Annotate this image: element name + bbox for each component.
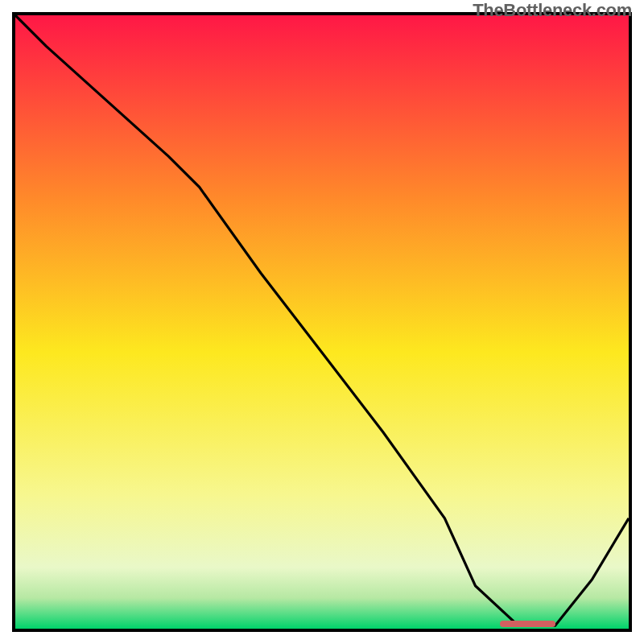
bottleneck-curve: [15, 15, 629, 625]
optimal-range-marker: [500, 621, 555, 627]
watermark-text: TheBottleneck.com: [473, 0, 632, 21]
bottleneck-curve-svg: [15, 15, 629, 629]
plot-area: [12, 12, 632, 632]
chart-frame: TheBottleneck.com: [0, 0, 644, 644]
